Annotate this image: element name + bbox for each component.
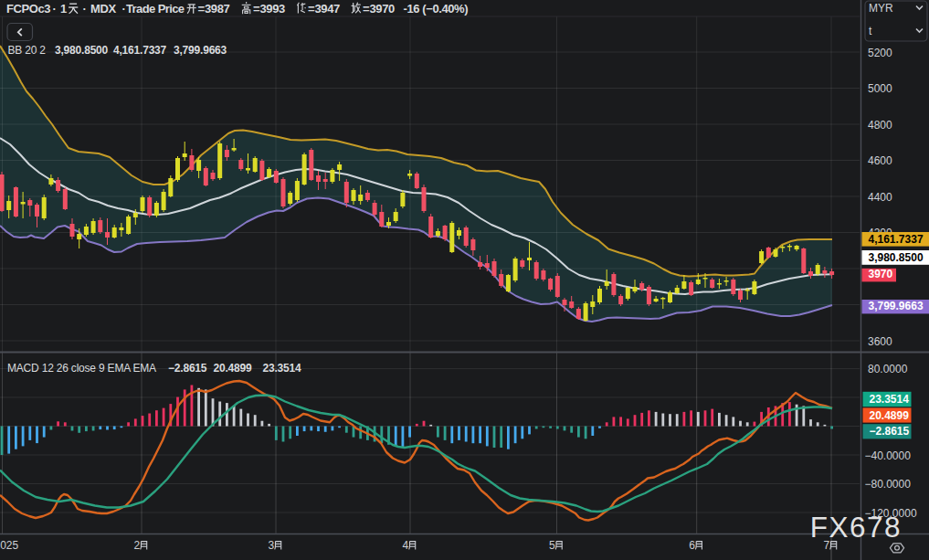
svg-text:20.4899: 20.4899 [214, 362, 253, 375]
svg-text:·: · [122, 2, 126, 16]
svg-text:23.3514: 23.3514 [263, 362, 302, 375]
svg-text:5200: 5200 [868, 47, 892, 59]
svg-text:20.4899: 20.4899 [870, 409, 910, 422]
svg-text:5000: 5000 [868, 82, 892, 95]
svg-text:-16 (−0.40%): -16 (−0.40%) [404, 2, 469, 16]
svg-text:2025: 2025 [0, 539, 19, 552]
svg-text:4: 4 [403, 539, 409, 552]
svg-text:4400: 4400 [868, 191, 892, 204]
svg-text:3,799.9663: 3,799.9663 [174, 44, 227, 57]
svg-text:3993: 3993 [260, 2, 285, 16]
svg-text:3,980.8500: 3,980.8500 [869, 251, 924, 264]
svg-text:4800: 4800 [868, 119, 892, 132]
svg-text:MYR: MYR [869, 2, 893, 15]
svg-text:−80.0000: −80.0000 [865, 478, 912, 491]
svg-text:MACD 12 26 close 9 EMA EMA: MACD 12 26 close 9 EMA EMA [7, 362, 156, 375]
svg-text:4600: 4600 [868, 154, 892, 167]
svg-text:FCPOc3: FCPOc3 [6, 2, 50, 16]
svg-text:1: 1 [60, 2, 67, 16]
svg-text:3600: 3600 [868, 335, 892, 348]
svg-text:−2.8615: −2.8615 [870, 425, 910, 438]
svg-text:Trade Price: Trade Price [126, 2, 185, 16]
svg-text:6: 6 [689, 539, 695, 552]
svg-text:3970: 3970 [869, 268, 893, 280]
svg-text:3987: 3987 [205, 2, 229, 16]
svg-text:·: · [83, 2, 87, 16]
svg-text:3947: 3947 [315, 2, 340, 16]
svg-text:4,161.7337: 4,161.7337 [113, 44, 167, 57]
svg-text:MDX: MDX [90, 2, 116, 16]
svg-text:23.3514: 23.3514 [870, 393, 910, 406]
svg-text:5: 5 [549, 539, 555, 552]
svg-text:−2.8615: −2.8615 [168, 362, 207, 375]
svg-text:BB 20 2: BB 20 2 [8, 44, 47, 57]
svg-text:3970: 3970 [370, 2, 395, 16]
svg-text:·: · [53, 2, 57, 16]
svg-text:80.0000: 80.0000 [868, 363, 908, 375]
svg-text:4,161.7337: 4,161.7337 [869, 233, 924, 246]
svg-text:3,980.8500: 3,980.8500 [55, 44, 109, 57]
svg-text:−40.0000: −40.0000 [865, 449, 912, 462]
svg-text:2: 2 [134, 539, 141, 552]
svg-text:7: 7 [824, 539, 830, 552]
svg-text:3,799.9663: 3,799.9663 [869, 300, 924, 312]
svg-text:−120.0000: −120.0000 [865, 507, 917, 520]
svg-text:3: 3 [269, 539, 275, 552]
